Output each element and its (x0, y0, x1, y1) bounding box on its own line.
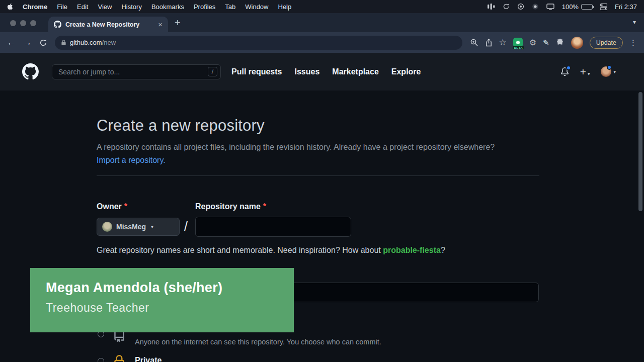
menubar-item-profiles[interactable]: Profiles (194, 3, 215, 11)
window-manager-icon[interactable] (488, 4, 495, 10)
private-radio[interactable] (98, 358, 104, 362)
menubar-item-help[interactable]: Help (278, 3, 292, 11)
caret-down-icon: ▾ (588, 71, 590, 76)
user-menu-button[interactable]: ▾ (601, 66, 616, 77)
menubar-item-edit[interactable]: Edit (77, 3, 88, 11)
menubar-item-history[interactable]: History (121, 3, 141, 11)
page-scrollbar-thumb[interactable] (638, 92, 642, 211)
sync-status-icon[interactable] (503, 3, 510, 10)
nav-pull-requests[interactable]: Pull requests (231, 67, 282, 76)
reload-button[interactable] (39, 39, 47, 47)
menubar-item-window[interactable]: Window (245, 3, 268, 11)
window-zoom-button[interactable] (30, 20, 36, 26)
extensions-puzzle-icon[interactable] (556, 38, 565, 47)
forward-button[interactable]: → (23, 38, 32, 47)
repo-name-hint: Great repository names are short and mem… (97, 246, 445, 255)
page-title: Create a new repository (97, 117, 539, 135)
address-bar[interactable]: github.com/new (55, 36, 462, 50)
owner-repo-separator: / (184, 219, 188, 234)
owner-select-button[interactable]: MissMeg ▾ (97, 218, 180, 236)
apple-logo-icon[interactable] (7, 3, 13, 10)
control-center-icon[interactable] (600, 4, 607, 10)
extension-pencil-icon[interactable]: ✎ (543, 39, 549, 46)
suggested-repo-name: probable-fiesta (383, 246, 441, 254)
github-search-box[interactable]: / (52, 64, 221, 79)
search-shortcut-hint: / (208, 67, 217, 76)
menubar-clock[interactable]: Fri 2:37 (615, 3, 637, 11)
presenter-lower-third-overlay: Megan Amendola (she/her) Treehouse Teach… (30, 268, 294, 332)
github-header: / Pull requests Issues Marketplace Explo… (0, 53, 644, 90)
caret-down-icon: ▾ (613, 69, 616, 74)
browser-toolbar: ← → github.com/new ☆ BETA ⚙ ✎ Update (0, 32, 644, 53)
caret-down-icon: ▾ (151, 224, 153, 229)
tab-close-icon[interactable]: × (158, 21, 163, 28)
repository-name-label: Repository name* (195, 202, 266, 211)
extension-gear-icon[interactable]: ⚙ (529, 39, 536, 47)
zoom-icon[interactable] (470, 38, 478, 47)
browser-profile-avatar[interactable] (571, 37, 583, 49)
window-minimize-button[interactable] (20, 20, 26, 26)
nav-marketplace[interactable]: Marketplace (332, 67, 379, 76)
private-option-label[interactable]: Private (135, 356, 162, 362)
public-option-description: Anyone on the internet can see this repo… (135, 338, 381, 346)
github-nav: Pull requests Issues Marketplace Explore (231, 67, 421, 76)
menubar-item-bookmarks[interactable]: Bookmarks (151, 3, 184, 11)
status-dot-icon[interactable] (532, 3, 539, 10)
github-logo-icon[interactable] (22, 63, 39, 80)
menubar-item-tab[interactable]: Tab (225, 3, 235, 11)
url-path: /new (102, 39, 116, 46)
macos-menubar: Chrome File Edit View History Bookmarks … (0, 0, 644, 13)
battery-icon (581, 4, 593, 10)
padlock-icon[interactable] (61, 40, 66, 46)
beta-badge: BETA (513, 46, 524, 49)
owner-avatar (102, 222, 112, 232)
battery-indicator[interactable]: 100% (562, 3, 593, 11)
owner-name: MissMeg (116, 223, 146, 231)
browser-tab[interactable]: Create a New Repository × (48, 17, 168, 32)
extension-beta-icon[interactable]: BETA (513, 38, 523, 47)
github-favicon (54, 21, 61, 28)
url-host: github.com (70, 39, 102, 46)
tab-title: Create a New Repository (65, 21, 154, 28)
import-repository-link[interactable]: Import a repository. (97, 156, 166, 164)
browser-tab-strip: Create a New Repository × + ▾ (0, 13, 644, 32)
create-new-button[interactable]: + ▾ (580, 66, 590, 78)
search-input[interactable] (58, 68, 208, 76)
nav-explore[interactable]: Explore (391, 67, 421, 76)
presenter-name: Megan Amendola (she/her) (46, 280, 294, 296)
required-asterisk: * (263, 202, 266, 211)
owner-label: Owner* (97, 202, 127, 211)
browser-menu-icon[interactable]: ⋮ (629, 39, 637, 46)
bookmark-star-icon[interactable]: ☆ (499, 38, 507, 47)
menubar-item-view[interactable]: View (98, 3, 112, 11)
menubar-item-file[interactable]: File (57, 3, 67, 11)
status-circle-icon[interactable] (517, 3, 524, 10)
presenter-role: Treehouse Teacher (46, 301, 294, 315)
update-button[interactable]: Update (590, 37, 623, 49)
notifications-button[interactable] (560, 67, 569, 76)
tab-search-chevron-icon[interactable]: ▾ (633, 19, 636, 25)
battery-percent: 100% (562, 3, 579, 11)
menubar-app-name[interactable]: Chrome (23, 3, 47, 11)
nav-issues[interactable]: Issues (294, 67, 319, 76)
repository-name-input[interactable] (195, 217, 351, 237)
intro-text: A repository contains all project files,… (97, 141, 511, 167)
private-lock-icon (113, 355, 126, 362)
back-button[interactable]: ← (7, 38, 16, 47)
window-controls (10, 20, 36, 26)
display-icon[interactable] (546, 4, 554, 10)
window-close-button[interactable] (10, 20, 16, 26)
notification-dot (566, 65, 571, 70)
avatar-notification-dot (607, 65, 612, 70)
share-icon[interactable] (485, 38, 493, 47)
required-asterisk: * (124, 202, 127, 211)
new-tab-button[interactable]: + (175, 18, 181, 28)
